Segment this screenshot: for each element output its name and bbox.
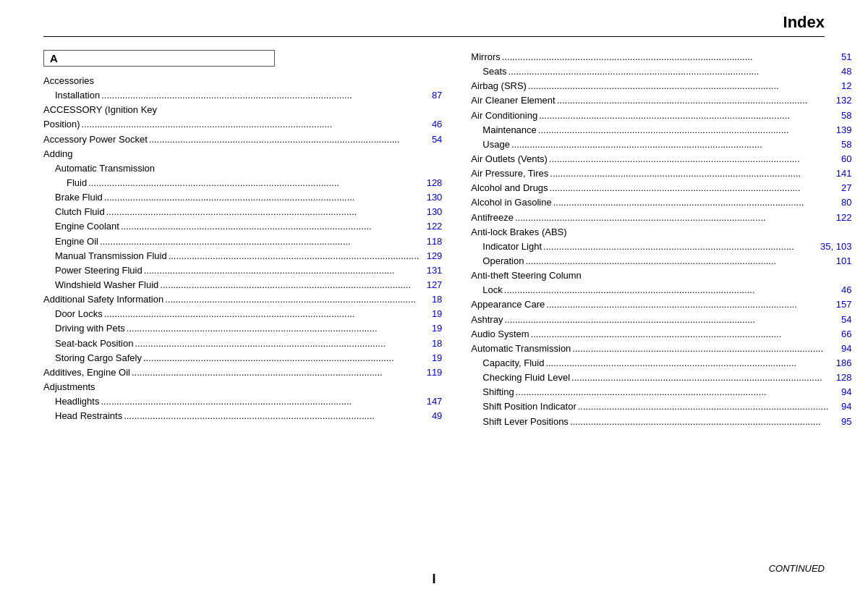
list-item: Airbag (SRS)............................… xyxy=(471,79,851,93)
entry-dots: ........................................… xyxy=(529,327,830,342)
list-item: Engine Coolant..........................… xyxy=(43,219,442,234)
entry-page: 58 xyxy=(830,109,851,123)
list-item: Checking Fluid Level....................… xyxy=(471,371,851,385)
list-item: Door Locks..............................… xyxy=(43,307,442,321)
entry-dots: ........................................… xyxy=(569,415,830,429)
entry-page: 46 xyxy=(830,283,851,297)
entry-page: 101 xyxy=(830,254,851,268)
entry-page: 127 xyxy=(420,278,442,292)
entry-label: Accessories xyxy=(43,74,442,88)
entry-page: 46 xyxy=(420,117,442,132)
entry-label: Anti-theft Steering Column xyxy=(471,268,851,283)
entry-dots: ........................................… xyxy=(527,79,830,93)
entry-dots: ........................................… xyxy=(542,240,820,254)
entry-label: Operation xyxy=(471,254,524,268)
entry-label: Shift Lever Positions xyxy=(471,415,569,429)
list-item: Lock....................................… xyxy=(471,283,851,297)
entry-label: Antifreeze xyxy=(471,211,514,225)
entry-dots: ........................................… xyxy=(163,292,420,307)
col2-entries: Mirrors.................................… xyxy=(471,50,851,429)
entry-dots: ........................................… xyxy=(167,249,421,263)
entry-page: 19 xyxy=(420,321,442,336)
list-item: Storing Cargo Safely....................… xyxy=(43,351,442,365)
entry-dots: ........................................… xyxy=(119,219,420,234)
entry-label: Engine Oil xyxy=(43,234,98,249)
entry-page: 58 xyxy=(830,137,851,152)
entry-label: Automatic Transmission xyxy=(471,342,571,356)
entry-label: Alcohol and Drugs xyxy=(471,181,548,195)
col2: Mirrors.................................… xyxy=(471,50,866,429)
list-item: Accessory Power Socket..................… xyxy=(43,132,442,147)
section-a-header: A xyxy=(43,50,275,67)
entry-label: Adjustments xyxy=(43,380,442,394)
entry-page: 119 xyxy=(420,365,442,380)
entry-label: Additives, Engine Oil xyxy=(43,365,130,380)
col1: A AccessoriesInstallation...............… xyxy=(43,50,456,429)
page-title: Index xyxy=(783,13,825,32)
entry-label: Capacity, Fluid xyxy=(471,356,544,371)
index-columns: A AccessoriesInstallation...............… xyxy=(43,50,825,429)
list-item: Head Restraints.........................… xyxy=(43,409,442,423)
entry-page: 128 xyxy=(830,371,851,385)
entry-page: 66 xyxy=(830,327,851,342)
entry-dots: ........................................… xyxy=(105,205,421,219)
entry-label: Head Restraints xyxy=(43,409,122,423)
list-item: Capacity, Fluid.........................… xyxy=(471,356,851,371)
entry-page: 18 xyxy=(420,336,442,351)
entry-dots: ........................................… xyxy=(80,117,421,132)
entry-page: 94 xyxy=(830,385,851,399)
entry-page: 94 xyxy=(830,399,851,414)
list-item: Anti-lock Brakes (ABS) xyxy=(471,225,851,240)
entry-label: Lock xyxy=(471,283,502,297)
entry-dots: ........................................… xyxy=(98,234,420,249)
entry-dots: ........................................… xyxy=(510,137,830,152)
entry-page: 80 xyxy=(830,195,851,210)
entry-dots: ........................................… xyxy=(537,123,830,137)
list-item: Anti-theft Steering Column xyxy=(471,268,851,283)
list-item: Automatic Transmission..................… xyxy=(471,342,851,356)
entry-dots: ........................................… xyxy=(556,93,830,108)
list-item: Shift Position Indicator................… xyxy=(471,399,851,414)
list-item: Additives, Engine Oil...................… xyxy=(43,365,442,380)
entry-label: Ashtray xyxy=(471,313,503,327)
entry-page: 19 xyxy=(420,351,442,365)
list-item: Antifreeze..............................… xyxy=(471,211,851,225)
list-item: Seat-back Position......................… xyxy=(43,336,442,351)
entry-page: 60 xyxy=(830,152,851,166)
entry-label: ACCESSORY (Ignition Key xyxy=(43,103,442,117)
list-item: Seats...................................… xyxy=(471,64,851,79)
entry-label: Airbag (SRS) xyxy=(471,79,527,93)
entry-label: Audio System xyxy=(471,327,529,342)
entry-dots: ........................................… xyxy=(548,166,830,181)
entry-page: 141 xyxy=(830,166,851,181)
entry-page: 130 xyxy=(420,190,442,205)
entry-label: Checking Fluid Level xyxy=(471,371,570,385)
entry-label: Power Steering Fluid xyxy=(43,263,142,278)
list-item: Fluid...................................… xyxy=(43,176,442,190)
entry-page: 131 xyxy=(420,263,442,278)
list-item: Adjustments xyxy=(43,380,442,394)
list-item: Alcohol in Gasoline.....................… xyxy=(471,195,851,210)
entry-page: 54 xyxy=(830,313,851,327)
entry-label: Manual Transmission Fluid xyxy=(43,249,167,263)
entry-page: 19 xyxy=(420,307,442,321)
list-item: Shift Lever Positions...................… xyxy=(471,415,851,429)
entry-label: Appearance Care xyxy=(471,297,545,312)
entry-dots: ........................................… xyxy=(548,152,830,166)
entry-label: Shift Position Indicator xyxy=(471,399,576,414)
entry-page: 12 xyxy=(830,79,851,93)
entry-dots: ........................................… xyxy=(571,342,830,356)
list-item: Ashtray.................................… xyxy=(471,313,851,327)
entry-page: 49 xyxy=(420,409,442,423)
list-item: Driving with Pets.......................… xyxy=(43,321,442,336)
entry-label: Adding xyxy=(43,147,442,161)
entry-dots: ........................................… xyxy=(99,394,420,409)
entry-page: 48 xyxy=(830,64,851,79)
entry-dots: ........................................… xyxy=(545,297,830,312)
entry-page: 186 xyxy=(830,356,851,371)
list-item: Accessories xyxy=(43,74,442,88)
entry-page: 130 xyxy=(420,205,442,219)
list-item: Air Cleaner Element.....................… xyxy=(471,93,851,108)
entry-dots: ........................................… xyxy=(142,263,421,278)
entry-label: Seats xyxy=(471,64,506,79)
